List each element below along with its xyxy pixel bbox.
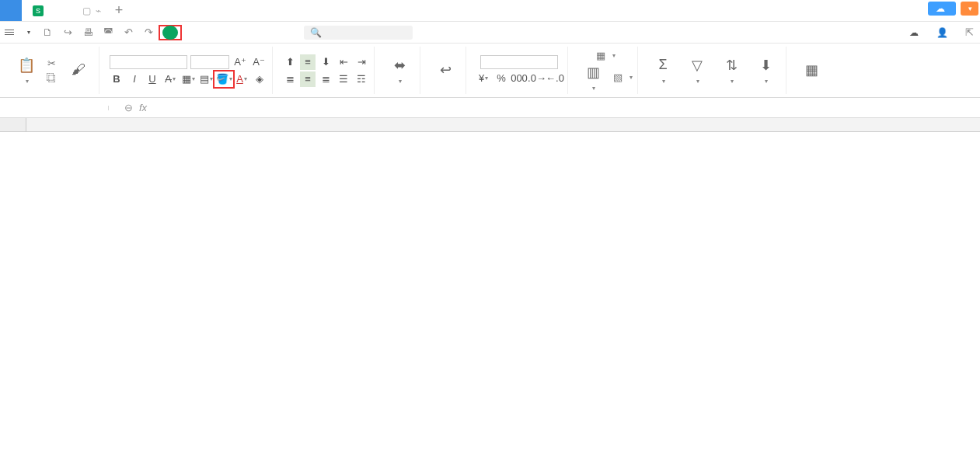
scissors-icon: ✂ <box>45 57 58 69</box>
highlight-fill-color: 🪣 <box>213 70 235 89</box>
cancel-icon[interactable]: ⊖ <box>124 102 133 113</box>
brush-icon: 🖌 <box>70 61 87 78</box>
command-search[interactable]: 🔍 <box>304 26 413 40</box>
qat-preview-icon[interactable]: ◚ <box>102 26 114 39</box>
qat-export-icon[interactable]: ↪ <box>61 26 74 39</box>
merge-icon: ⬌ <box>391 57 408 74</box>
qat-undo-icon[interactable]: ↶ <box>122 26 134 39</box>
hamburger-icon[interactable] <box>5 30 14 35</box>
align-top-icon[interactable]: ⬆ <box>282 54 298 70</box>
share-icon[interactable]: ⇱ <box>963 26 975 39</box>
qat-redo-icon[interactable]: ↷ <box>142 26 155 39</box>
align-justify-icon[interactable]: ☰ <box>336 71 351 87</box>
copy-icon: ⿻ <box>45 71 58 84</box>
align-dist-icon[interactable]: ☶ <box>354 71 369 87</box>
align-center-icon[interactable]: ≡ <box>300 71 316 87</box>
copy-button[interactable]: ⿻ <box>45 71 60 84</box>
file-tab-actions: ▢ ⌁ <box>59 0 107 21</box>
sheet-file-icon: S <box>33 5 44 16</box>
underline-button[interactable]: U <box>145 71 160 87</box>
indent-left-icon[interactable]: ⇤ <box>336 54 351 70</box>
presentation-icon[interactable]: ▢ <box>82 5 91 16</box>
cells-icon: ▦ <box>803 61 820 78</box>
pin-icon[interactable]: ⌁ <box>96 5 101 16</box>
spreadsheet-grid[interactable] <box>0 118 980 132</box>
search-icon: 🔍 <box>310 27 322 38</box>
group-number: ¥ % 000 .0→ ←.0 <box>471 47 568 94</box>
menubar: ▾ 🗋 ↪ 🖶 ◚ ↶ ↷ 🔍 ☁ 👤 ⇱ <box>0 22 980 44</box>
paste-icon: 📋 <box>18 57 35 74</box>
cell-style-button-2[interactable]: ▧ <box>612 71 633 84</box>
guest-login-button[interactable]: ▾ <box>961 2 978 16</box>
group-wrap: ↩ <box>425 47 466 94</box>
table-style-button[interactable]: ▦ <box>595 50 616 62</box>
align-left-icon[interactable]: ≣ <box>282 71 298 87</box>
file-menu[interactable]: ▾ <box>22 27 33 37</box>
qat-print-icon[interactable]: 🖶 <box>82 26 94 39</box>
name-box[interactable] <box>0 106 109 110</box>
qat-save-icon[interactable]: 🗋 <box>41 26 54 39</box>
chevron-down-icon: ▾ <box>968 5 972 12</box>
merge-center-button[interactable]: ⬌ <box>384 57 415 85</box>
group-align: ⬆ ≡ ⬇ ⇤ ⇥ ≣ ≡ ≣ ☰ ☶ <box>277 47 375 94</box>
cut-button[interactable]: ✂ <box>45 57 60 69</box>
number-format-select[interactable] <box>480 55 558 69</box>
funnel-icon: ▽ <box>689 57 706 74</box>
fx-icon[interactable]: fx <box>139 102 147 113</box>
cell-style-icon: ▧ <box>612 71 624 84</box>
fill-button[interactable]: ⬇ <box>750 57 781 85</box>
group-merge: ⬌ <box>379 47 420 94</box>
wrap-text-button[interactable]: ↩ <box>430 61 461 80</box>
select-all-corner[interactable] <box>0 118 26 131</box>
coop-button[interactable]: 👤 <box>933 26 954 40</box>
group-font: A⁺ A⁻ B I U A̶ ▦ ▤ 🪣 A ◈ <box>104 47 273 94</box>
bold-button[interactable]: B <box>109 71 124 87</box>
home-tab[interactable] <box>0 0 22 21</box>
strikethrough-button[interactable]: A̶ <box>162 71 178 87</box>
cloud-icon: ☁ <box>936 3 945 14</box>
filter-button[interactable]: ▽ <box>682 57 713 85</box>
formula-bar: ⊖ fx <box>0 98 980 118</box>
italic-button[interactable]: I <box>127 71 142 87</box>
dec-decimal-button[interactable]: ←.0 <box>547 71 563 86</box>
cells-button[interactable]: ▦ <box>796 61 827 80</box>
inc-decimal-button[interactable]: .0→ <box>529 71 545 86</box>
formula-input[interactable] <box>162 100 980 116</box>
comma-button[interactable]: 000 <box>511 71 527 86</box>
wrap-icon: ↩ <box>437 61 454 78</box>
new-tab-button[interactable]: + <box>107 0 131 21</box>
sigma-icon: Σ <box>654 57 671 74</box>
start-tab[interactable] <box>162 26 178 40</box>
user-icon: 👤 <box>936 27 948 38</box>
align-right-icon[interactable]: ≣ <box>318 71 333 87</box>
clear-format-button[interactable]: ◈ <box>252 71 267 87</box>
sort-icon: ⇅ <box>723 57 740 74</box>
paste-button[interactable]: 📋 <box>11 57 42 85</box>
ribbon: 📋 ✂ ⿻ 🖌 A⁺ A⁻ B I U A̶ ▦ ▤ 🪣 A ◈ <box>0 44 980 98</box>
sort-button[interactable]: ⇅ <box>716 57 747 85</box>
fill-down-icon: ⬇ <box>757 57 774 74</box>
window-tabbar: S ▢ ⌁ + ☁ ▾ <box>0 0 980 22</box>
cond-format-icon: ▥ <box>584 64 602 81</box>
group-editing: Σ ▽ ⇅ ⬇ <box>643 47 786 94</box>
align-bottom-icon[interactable]: ⬇ <box>318 54 333 70</box>
font-color-button[interactable]: A <box>234 71 249 87</box>
sum-button[interactable]: Σ <box>647 57 678 85</box>
cloud-button[interactable]: ☁ <box>928 2 956 16</box>
cloud-sync-icon: ☁ <box>909 27 919 38</box>
font-name-select[interactable] <box>110 55 187 69</box>
fill-color-button[interactable]: 🪣 <box>216 71 232 87</box>
currency-button[interactable]: ¥ <box>476 71 491 86</box>
font-size-select[interactable] <box>190 55 229 69</box>
decrease-font-icon[interactable]: A⁻ <box>251 54 267 70</box>
align-middle-icon[interactable]: ≡ <box>300 54 316 70</box>
border-button[interactable]: ▦ <box>180 71 196 87</box>
format-painter-button[interactable]: 🖌 <box>63 61 94 80</box>
file-tab[interactable]: S <box>22 0 59 21</box>
unsync-button[interactable]: ☁ <box>906 26 924 40</box>
cond-format-button[interactable]: ▥ <box>577 64 609 92</box>
cell-style-button[interactable]: ▤ <box>198 71 214 87</box>
percent-button[interactable]: % <box>493 71 509 86</box>
increase-font-icon[interactable]: A⁺ <box>232 54 248 70</box>
indent-right-icon[interactable]: ⇥ <box>354 54 369 70</box>
